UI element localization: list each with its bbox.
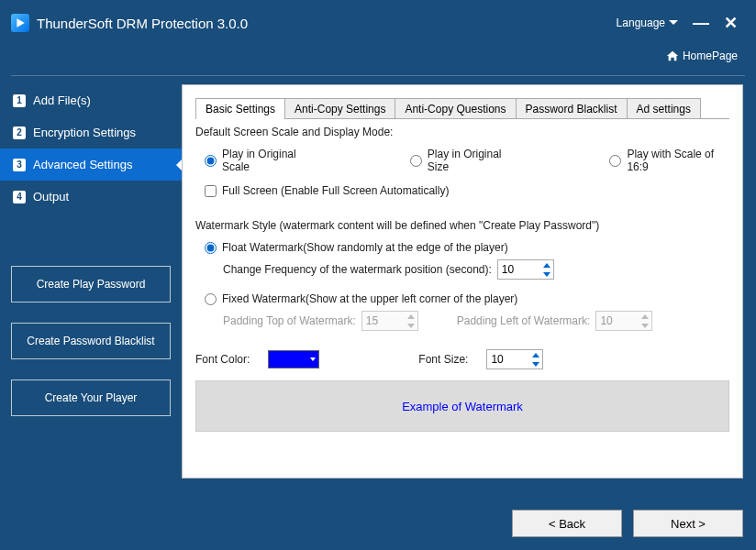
tab-anti-copy-settings[interactable]: Anti-Copy Settings <box>284 98 395 119</box>
sidebar-step-advanced[interactable]: 3 Advanced Settings <box>0 148 182 181</box>
next-button[interactable]: Next > <box>633 510 743 537</box>
spin-down-icon <box>529 359 542 368</box>
step-number: 3 <box>13 159 26 171</box>
tab-ad-settings[interactable]: Ad settings <box>627 98 701 119</box>
checkbox-fullscreen[interactable]: Full Screen (Enable Full Screen Automati… <box>205 184 729 197</box>
sidebar: 1 Add File(s) 2 Encryption Settings 3 Ad… <box>0 84 182 416</box>
radio-original-size[interactable]: Play in Original Size <box>410 148 518 173</box>
app-title: ThunderSoft DRM Protection 3.0.0 <box>37 16 248 31</box>
sidebar-step-output[interactable]: 4 Output <box>0 181 182 213</box>
svg-marker-8 <box>532 362 539 367</box>
svg-marker-3 <box>407 314 415 319</box>
svg-marker-7 <box>532 353 539 358</box>
watermark-preview: Example of Watermark <box>195 380 729 432</box>
step-label: Encryption Settings <box>33 126 136 139</box>
step-number: 1 <box>13 94 26 107</box>
svg-marker-0 <box>17 18 24 28</box>
radio-float-watermark[interactable]: Float Watermark(Show randomly at the edg… <box>205 241 729 254</box>
homepage-link[interactable]: HomePage <box>666 50 738 62</box>
step-label: Advanced Settings <box>33 158 132 171</box>
step-number: 4 <box>13 191 26 204</box>
radio-fixed-watermark[interactable]: Fixed Watermark(Show at the upper left c… <box>205 292 729 305</box>
font-color-picker[interactable] <box>268 350 319 368</box>
create-your-player-button[interactable]: Create Your Player <box>11 380 171 416</box>
svg-marker-2 <box>543 272 550 277</box>
padding-top-label: Padding Top of Watermark: <box>223 314 356 327</box>
step-number: 2 <box>13 126 26 139</box>
tab-content: Default Screen Scale and Display Mode: P… <box>195 126 729 465</box>
padding-row: Padding Top of Watermark: Padding Left o… <box>223 311 729 331</box>
app-logo-icon <box>11 14 29 32</box>
spin-buttons[interactable] <box>529 350 542 368</box>
step-label: Add File(s) <box>33 94 91 107</box>
minimize-button[interactable]: — <box>685 14 717 33</box>
spin-buttons[interactable] <box>540 260 553 279</box>
bottom-nav: < Back Next > <box>512 510 743 537</box>
chevron-down-icon <box>669 20 678 25</box>
svg-marker-4 <box>407 324 415 328</box>
padding-left-label: Padding Left of Watermark: <box>457 314 591 327</box>
sidebar-step-add-files[interactable]: 1 Add File(s) <box>0 84 182 116</box>
create-password-blacklist-button[interactable]: Create Password Blacklist <box>11 323 171 359</box>
svg-marker-6 <box>641 324 649 328</box>
step-label: Output <box>33 190 69 204</box>
spin-up-icon <box>529 350 542 359</box>
create-play-password-button[interactable]: Create Play Password <box>11 266 171 302</box>
font-size-label: Font Size: <box>418 353 468 366</box>
tab-password-blacklist[interactable]: Password Blacklist <box>516 98 628 119</box>
frequency-row: Change Frequency of the watermark positi… <box>223 259 729 280</box>
home-icon <box>666 50 679 62</box>
main-panel: Basic Settings Anti-Copy Settings Anti-C… <box>182 84 743 478</box>
spin-up-icon <box>540 260 553 270</box>
separator <box>11 75 745 76</box>
tabs: Basic Settings Anti-Copy Settings Anti-C… <box>195 98 700 119</box>
tab-basic-settings[interactable]: Basic Settings <box>195 98 285 119</box>
sidebar-step-encryption[interactable]: 2 Encryption Settings <box>0 116 182 148</box>
watermark-style-label: Watermark Style (watermark content will … <box>195 219 729 232</box>
language-selector[interactable]: Language <box>617 16 678 29</box>
radio-original-scale[interactable]: Play in Original Scale <box>205 148 318 173</box>
tab-anti-copy-questions[interactable]: Anti-Copy Questions <box>395 98 516 119</box>
spin-down-icon <box>540 270 553 279</box>
scale-mode-label: Default Screen Scale and Display Mode: <box>195 126 729 138</box>
back-button[interactable]: < Back <box>512 510 622 537</box>
svg-marker-5 <box>641 314 649 319</box>
close-button[interactable]: ✕ <box>717 13 745 33</box>
radio-scale-169[interactable]: Play with Scale of 16:9 <box>609 148 729 173</box>
title-bar: ThunderSoft DRM Protection 3.0.0 Languag… <box>0 0 756 46</box>
svg-marker-1 <box>543 263 550 268</box>
font-color-label: Font Color: <box>195 353 250 366</box>
frequency-label: Change Frequency of the watermark positi… <box>223 263 492 276</box>
